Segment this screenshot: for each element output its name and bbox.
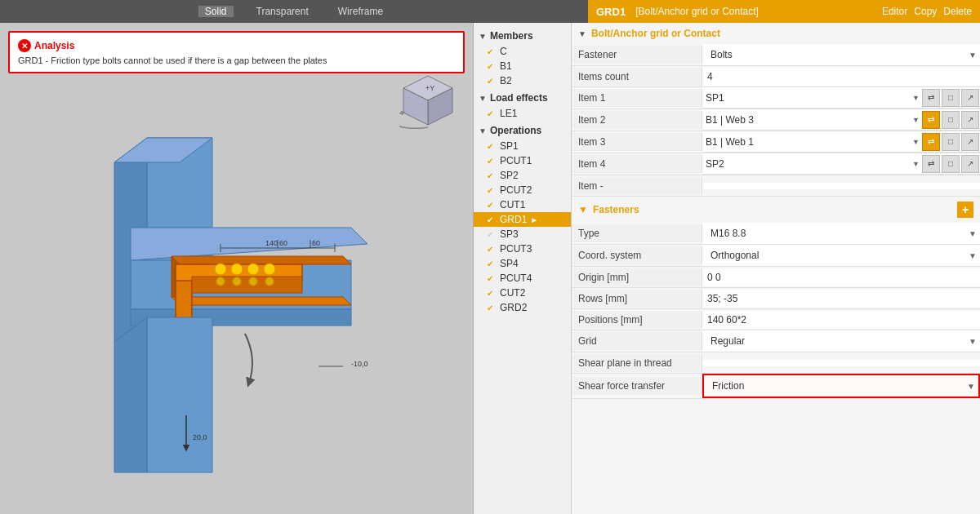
check-LE1: ✔ xyxy=(487,109,497,118)
item4-btn-edit[interactable]: □ xyxy=(942,155,960,173)
check-SP1: ✔ xyxy=(487,142,497,151)
check-PCUT2: ✔ xyxy=(487,186,497,195)
rows-row: Rows [mm] 35; -35 xyxy=(572,288,980,309)
item4-btn-select[interactable]: ↗ xyxy=(961,155,979,173)
svg-marker-13 xyxy=(172,297,351,305)
svg-marker-11 xyxy=(172,256,351,264)
tree-item-B2[interactable]: ✔ B2 xyxy=(474,73,571,88)
tree-item-LE1[interactable]: ✔ LE1 xyxy=(474,106,571,121)
shear-force-value[interactable]: Friction ▼ xyxy=(702,374,980,398)
shear-force-select[interactable]: Friction xyxy=(709,379,962,393)
item4-select[interactable]: SP2 xyxy=(702,155,912,173)
type-select[interactable]: M16 8.8 xyxy=(707,226,964,241)
wireframe-view-btn[interactable]: Wireframe xyxy=(332,6,390,17)
fasteners-add-btn[interactable]: + xyxy=(957,202,973,218)
item3-label: Item 3 xyxy=(572,133,702,151)
transparent-view-btn[interactable]: Transparent xyxy=(250,6,315,17)
members-section-header[interactable]: ▼ Members xyxy=(474,28,571,44)
operations-header[interactable]: ▼ Operations xyxy=(474,122,571,139)
item2-btn-switch[interactable]: ⇄ xyxy=(922,111,940,129)
item3-btn-switch[interactable]: ⇄ xyxy=(922,133,940,151)
grid-value[interactable]: Regular ▼ xyxy=(702,330,980,352)
load-effects-header[interactable]: ▼ Load effects xyxy=(474,90,571,106)
item1-btn-switch[interactable]: ⇄ xyxy=(922,89,940,107)
shear-force-label: Shear force transfer xyxy=(572,377,702,395)
coord-value[interactable]: Orthogonal ▼ xyxy=(702,245,980,266)
item1-label: Item 1 xyxy=(572,89,702,107)
error-icon: ✕ xyxy=(18,39,31,52)
bolt-section-header[interactable]: ▼ Bolt/Anchor grid or Contact xyxy=(572,23,980,44)
fastener-value[interactable]: Bolts ▼ xyxy=(702,44,980,65)
label-SP1: SP1 xyxy=(500,140,519,152)
shear-force-dropdown-icon: ▼ xyxy=(967,382,975,391)
item2-select[interactable]: B1 | Web 3 xyxy=(702,111,912,129)
tree-panel: ▼ Members ✔ C ✔ B1 ✔ B2 ▼ Load effects xyxy=(474,23,572,514)
check-B1: ✔ xyxy=(487,62,497,71)
item4-label: Item 4 xyxy=(572,155,702,173)
svg-point-24 xyxy=(233,277,241,286)
coord-select[interactable]: Orthogonal xyxy=(707,248,964,263)
item2-label: Item 2 xyxy=(572,111,702,129)
item2-btn-select[interactable]: ↗ xyxy=(961,111,979,129)
svg-point-26 xyxy=(265,277,274,286)
type-value[interactable]: M16 8.8 ▼ xyxy=(702,223,980,244)
check-GRD2: ✔ xyxy=(487,304,497,312)
item-minus-row: Item - xyxy=(572,175,980,197)
items-count-row: Items count 4 xyxy=(572,66,980,87)
active-item-bar: GRD1 [Bolt/Anchor grid or Contact] Edito… xyxy=(588,0,980,23)
fastener-select[interactable]: Bolts xyxy=(707,47,964,62)
item1-btn-edit[interactable]: □ xyxy=(942,89,960,107)
tree-item-C[interactable]: ✔ C xyxy=(474,44,571,59)
label-SP2: SP2 xyxy=(500,170,519,181)
shear-plane-value[interactable] xyxy=(702,360,980,366)
tree-item-PCUT2[interactable]: ✔ PCUT2 xyxy=(474,183,571,197)
item1-select[interactable]: SP1 xyxy=(702,89,912,107)
view-mode-bar: Solid Transparent Wireframe xyxy=(0,6,588,17)
bolt-section-arrow: ▼ xyxy=(578,29,586,38)
item4-row: Item 4 SP2 ▼ ⇄ □ ↗ xyxy=(572,153,980,175)
3d-model: 140 60 60 -10,0 20,0 xyxy=(16,96,457,506)
item4-dropdown-icon: ▼ xyxy=(912,160,920,168)
grid-label: Grid xyxy=(572,332,702,350)
positions-value[interactable]: 140 60*2 xyxy=(702,311,980,329)
type-dropdown-icon: ▼ xyxy=(969,229,977,238)
tree-item-GRD2[interactable]: ✔ GRD2 xyxy=(474,300,571,315)
positions-label: Positions [mm] xyxy=(572,311,702,329)
grid-select[interactable]: Regular xyxy=(707,334,964,348)
tree-item-PCUT3[interactable]: ✔ PCUT3 xyxy=(474,241,571,256)
tree-item-SP4[interactable]: ✔ SP4 xyxy=(474,256,571,271)
origin-value[interactable]: 0 0 xyxy=(702,268,980,286)
svg-text:-10,0: -10,0 xyxy=(351,360,368,368)
tree-item-SP3[interactable]: ✔ SP3 xyxy=(474,227,571,241)
item2-btn-edit[interactable]: □ xyxy=(942,111,960,129)
item3-btn-edit[interactable]: □ xyxy=(942,133,960,151)
copy-btn[interactable]: Copy xyxy=(914,6,937,17)
tree-item-PCUT4[interactable]: ✔ PCUT4 xyxy=(474,271,571,286)
selected-arrow-icon: ► xyxy=(530,215,538,224)
check-GRD1: ✔ xyxy=(487,215,497,224)
solid-view-btn[interactable]: Solid xyxy=(198,6,234,17)
label-LE1: LE1 xyxy=(500,108,517,119)
tree-item-GRD1[interactable]: ✔ GRD1 ► xyxy=(474,212,571,227)
delete-btn[interactable]: Delete xyxy=(943,6,972,17)
tree-item-PCUT1[interactable]: ✔ PCUT1 xyxy=(474,153,571,168)
item4-btn-switch[interactable]: ⇄ xyxy=(922,155,940,173)
tree-item-CUT1[interactable]: ✔ CUT1 xyxy=(474,197,571,212)
members-section: ▼ Members ✔ C ✔ B1 ✔ B2 xyxy=(474,28,571,88)
origin-row: Origin [mm] 0 0 xyxy=(572,267,980,288)
tree-item-SP1[interactable]: ✔ SP1 xyxy=(474,139,571,153)
item3-btn-select[interactable]: ↗ xyxy=(961,133,979,151)
tree-item-B1[interactable]: ✔ B1 xyxy=(474,59,571,73)
editor-btn[interactable]: Editor xyxy=(882,6,907,17)
svg-point-22 xyxy=(264,264,275,275)
svg-text:140: 140 xyxy=(265,239,278,247)
tree-item-SP2[interactable]: ✔ SP2 xyxy=(474,168,571,183)
item1-btn-select[interactable]: ↗ xyxy=(961,89,979,107)
tree-item-CUT2[interactable]: ✔ CUT2 xyxy=(474,286,571,300)
svg-point-19 xyxy=(215,264,226,275)
members-arrow: ▼ xyxy=(479,32,487,41)
rows-value[interactable]: 35; -35 xyxy=(702,290,980,308)
item2-row: Item 2 B1 | Web 3 ▼ ⇄ □ ↗ xyxy=(572,109,980,131)
item3-select[interactable]: B1 | Web 1 xyxy=(702,133,912,151)
items-count-value: 4 xyxy=(702,68,980,86)
